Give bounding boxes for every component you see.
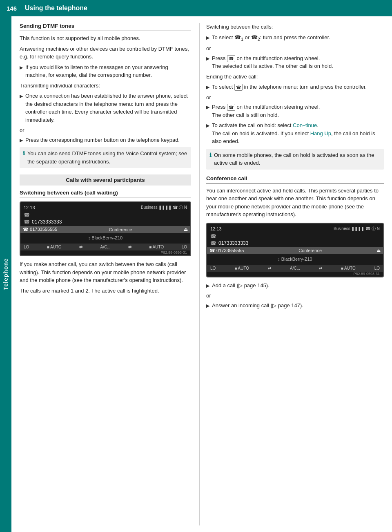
- switching-calls-label: Switching between the calls:: [206, 23, 384, 31]
- or-line-r3: or: [206, 292, 384, 300]
- bullet-add-call: ▶ Add a call (▷ page 145).: [206, 282, 384, 290]
- hangup-link: Hang Up: [310, 130, 331, 136]
- screen2-ref: P82.89-0593-31: [210, 272, 380, 276]
- screen2-arrow2: ⇄: [319, 266, 322, 270]
- arrow-icon-2: ▶: [20, 93, 23, 100]
- car-screen-2: 12:13 Business ❚❚❚❚ ☎ ⓘ N ☎ ☎ 0173333333…: [206, 223, 384, 277]
- bullet-select-end-text: To select ☎ in the telephone menu: turn …: [212, 83, 384, 91]
- dtmf-para1: This function is not supported by all mo…: [20, 34, 191, 42]
- arrow-icon-r6: ▶: [206, 282, 209, 289]
- screen2-lo1: LO: [210, 266, 216, 270]
- bullet-select-call: ▶ To select ☎1 or ☎2: turn and press the…: [206, 34, 384, 42]
- screen1-ref: P82.89-0593-31: [24, 250, 187, 255]
- screen2-ac: A/C...: [290, 266, 300, 270]
- screen1-phone-row1: ☎: [24, 212, 187, 218]
- bullet-answer-incoming: ▶ Answer an incoming call (▷ page 147).: [206, 302, 384, 310]
- continue-link: Con–tinue: [293, 122, 317, 128]
- screen1-ac: A/C...: [100, 245, 110, 249]
- screen1-device-row: ↕ BlackBerry-Z10: [24, 234, 187, 242]
- screen2-highlighted-number: ☎ 01733555555: [209, 248, 244, 253]
- screen2-device-row: ↕ BlackBerry-Z10: [210, 255, 380, 263]
- bullet-add-call-text: Add a call (▷ page 145).: [212, 282, 384, 290]
- ending-call-label: Ending the active call:: [206, 73, 384, 81]
- screen1-status: Business ❚❚❚❚ ☎ ⓘ N: [141, 205, 187, 210]
- screen1-bottom-bar: LO ■ AUTO ⇄ A/C... ⇄ ■ AUTO LO: [20, 244, 190, 250]
- arrow-icon-r7: ▶: [206, 302, 209, 309]
- screen1-auto2: ■ AUTO: [149, 245, 164, 249]
- screen1-conference-label: Conference: [109, 227, 132, 232]
- arrow-icon-r2: ▶: [206, 55, 209, 62]
- screen1-top-bar: 12:13 Business ❚❚❚❚ ☎ ⓘ N: [24, 205, 187, 210]
- bullet-select-call-text: To select ☎1 or ☎2: turn and press the c…: [212, 34, 384, 42]
- screen2-highlighted-row: ☎ 01733555555 Conference ⏏: [207, 247, 383, 254]
- phone-icon-4: ☎: [210, 240, 216, 246]
- switching-body1: If you make another call, you can switch…: [20, 260, 191, 284]
- screen1-arrow2: ⇄: [128, 245, 131, 249]
- screen2-auto2: ■ AUTO: [341, 266, 356, 270]
- screen1-highlighted-row: ☎ 01733555555 Conference ⏏: [20, 226, 190, 233]
- info-text-dtmf: You can also send DTMF tones using the V…: [27, 150, 188, 165]
- conference-body: You can interconnect active and held cal…: [206, 187, 384, 219]
- screen1-number-text: 01733333333: [32, 219, 62, 225]
- bullet-press-multifunction: ▶ Press ☎ on the multifunction steering …: [206, 54, 384, 70]
- screen2-number1: ☎ 01733333333: [210, 240, 380, 246]
- screen1-arrow1: ⇄: [79, 245, 82, 249]
- bullet-press-text: Press the corresponding number button on…: [25, 136, 191, 144]
- transmitting-label: Transmitting individual characters:: [20, 82, 191, 90]
- info-box-hold: ℹ On some mobile phones, the call on hol…: [206, 149, 384, 170]
- screen1-time: 12:13: [24, 205, 35, 210]
- bullet-connection: ▶ Once a connection has been established…: [20, 92, 191, 124]
- arrow-icon-1: ▶: [20, 64, 23, 71]
- bullet-connection-text: Once a connection has been established t…: [25, 92, 191, 124]
- arrow-icon-3: ▶: [20, 137, 23, 144]
- info-box-dtmf: ℹ You can also send DTMF tones using the…: [20, 147, 191, 168]
- screen2-top-bar: 12:13 Business ❚❚❚❚ ☎ ⓘ N: [210, 226, 380, 232]
- or-line-r1: or: [206, 45, 384, 53]
- screen2-status: Business ❚❚❚❚ ☎ ⓘ N: [334, 226, 380, 232]
- bullet-answer-text: Answer an incoming call (▷ page 147).: [212, 302, 384, 310]
- arrow-icon-r1: ▶: [206, 34, 209, 41]
- bullet-activate-hold-text: To activate the call on hold: select Con…: [212, 121, 384, 145]
- dtmf-para2: Answering machines or other devices can …: [20, 45, 191, 61]
- screen1-auto1: ■ AUTO: [47, 245, 62, 249]
- arrow-icon-r4: ▶: [206, 104, 209, 111]
- screen1-lo2: LO: [182, 245, 187, 249]
- subsection-switching-title: Switching between calls (call waiting): [20, 190, 191, 197]
- screen2-bottom-bar: LO ■ AUTO ⇄ A/C... ⇄ ■ AUTO LO: [207, 265, 383, 272]
- bullet-select-end: ▶ To select ☎ in the telephone menu: tur…: [206, 83, 384, 91]
- bullet-listen-messages: ▶ If you would like to listen to the mes…: [20, 63, 191, 79]
- bullet-activate-hold: ▶ To activate the call on hold: select C…: [206, 121, 384, 145]
- screen1-highlighted-number: ☎ 01733555555: [23, 227, 57, 232]
- phone-icon-2: ☎: [24, 219, 30, 225]
- switching-body2: The calls are marked 1 and 2. The active…: [20, 287, 191, 295]
- phone-icon-3: ☎: [210, 233, 216, 239]
- arrow-icon-r3: ▶: [206, 84, 209, 91]
- info-text-hold: On some mobile phones, the call on hold …: [214, 151, 381, 167]
- page-title: Using the telephone: [25, 4, 87, 12]
- left-column: Sending DTMF tones This function is not …: [11, 23, 199, 525]
- screen1-end-icon: ⏏: [184, 227, 188, 232]
- bullet-press-steer: ▶ Press ☎ on the multifunction steering …: [206, 103, 384, 119]
- info-icon-1: ℹ: [23, 150, 25, 158]
- screen2-end-icon: ⏏: [376, 248, 381, 253]
- section-box-calls: Calls with several participants: [20, 174, 191, 186]
- conference-call-title: Conference call: [206, 175, 384, 183]
- phone-icon-1: ☎: [24, 212, 30, 218]
- right-column: Switching between the calls: ▶ To select…: [199, 23, 392, 525]
- screen2-auto1: ■ AUTO: [234, 266, 249, 270]
- or-line-1: or: [20, 126, 191, 134]
- screen2-lo2: LO: [374, 266, 380, 270]
- or-line-r2: or: [206, 94, 384, 102]
- header-bar: 146 Using the telephone: [0, 0, 392, 16]
- content-area: Sending DTMF tones This function is not …: [11, 16, 392, 532]
- screen1-number1: ☎ 01733333333: [24, 219, 187, 225]
- car-screen-1: 12:13 Business ❚❚❚❚ ☎ ⓘ N ☎ ☎ 0173333333…: [20, 201, 191, 256]
- section-sending-dtmf-title: Sending DTMF tones: [20, 23, 191, 31]
- screen1-lo1: LO: [24, 245, 29, 249]
- screen2-conference-label: Conference: [298, 248, 322, 253]
- info-icon-2: ℹ: [209, 151, 212, 159]
- bullet-press-number: ▶ Press the corresponding number button …: [20, 136, 191, 144]
- arrow-icon-r5: ▶: [206, 122, 209, 129]
- bullet-press-steer-text: Press ☎ on the multifunction steering wh…: [212, 103, 384, 119]
- bullet-press-multifunction-text: Press ☎ on the multifunction steering wh…: [212, 54, 384, 70]
